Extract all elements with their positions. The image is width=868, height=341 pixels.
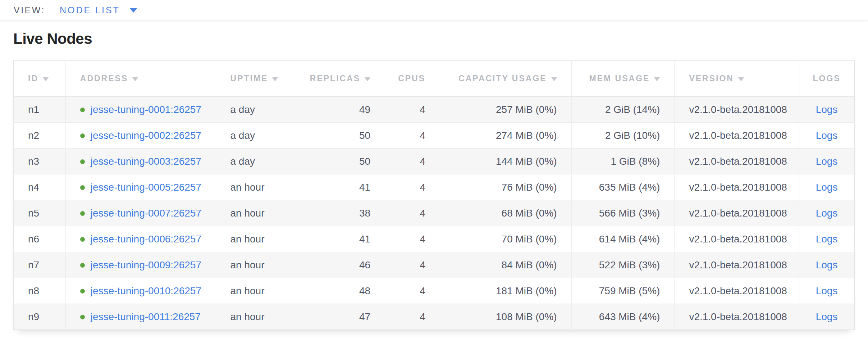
node-address-link[interactable]: jesse-tuning-0011:26257 <box>91 311 201 322</box>
node-logs-link[interactable]: Logs <box>816 259 838 270</box>
column-label: UPTIME <box>230 74 268 83</box>
node-capacity_usage-cell: 70 MiB (0%) <box>440 226 572 252</box>
node-address-link[interactable]: jesse-tuning-0002:26257 <box>91 130 201 141</box>
node-id-cell: n2 <box>14 123 66 149</box>
sort-desc-icon <box>272 77 278 81</box>
column-label: CPUS <box>398 74 425 83</box>
node-mem_usage-cell: 2 GiB (14%) <box>571 97 675 123</box>
column-header-capacity_usage[interactable]: CAPACITY USAGE <box>440 61 572 97</box>
node-capacity_usage-cell: 257 MiB (0%) <box>440 97 572 123</box>
node-address-link[interactable]: jesse-tuning-0006:26257 <box>91 233 201 245</box>
node-version-cell: v2.1.0-beta.20181008 <box>675 278 799 304</box>
node-live-status-icon <box>80 237 85 242</box>
node-address-link[interactable]: jesse-tuning-0009:26257 <box>91 259 201 270</box>
node-address-cell: jesse-tuning-0011:26257 <box>65 304 216 330</box>
node-row-n4: n4jesse-tuning-0005:26257an hour41476 Mi… <box>14 174 855 200</box>
node-row-n8: n8jesse-tuning-0010:26257an hour484181 M… <box>14 278 855 304</box>
node-uptime-cell: an hour <box>216 174 294 200</box>
sort-desc-icon <box>365 77 370 81</box>
node-id-cell: n5 <box>14 200 66 226</box>
node-address-link[interactable]: jesse-tuning-0007:26257 <box>91 208 201 219</box>
node-cpus-cell: 4 <box>385 252 440 278</box>
node-id-cell: n9 <box>14 304 66 330</box>
column-label: ADDRESS <box>80 74 128 83</box>
node-version-cell: v2.1.0-beta.20181008 <box>675 226 799 252</box>
column-header-address[interactable]: ADDRESS <box>65 61 216 97</box>
node-id-cell: n7 <box>14 252 66 278</box>
node-capacity_usage-cell: 84 MiB (0%) <box>440 252 572 278</box>
node-logs-link[interactable]: Logs <box>816 130 838 141</box>
node-version-cell: v2.1.0-beta.20181008 <box>675 149 799 174</box>
node-replicas-cell: 38 <box>294 200 385 226</box>
node-replicas-cell: 41 <box>294 174 385 200</box>
live-nodes-table: IDADDRESSUPTIMEREPLICASCPUSCAPACITY USAG… <box>13 60 855 330</box>
node-logs-link[interactable]: Logs <box>816 182 838 193</box>
node-logs-cell: Logs <box>799 252 855 278</box>
node-address-cell: jesse-tuning-0005:26257 <box>65 174 216 200</box>
node-logs-link[interactable]: Logs <box>816 104 838 115</box>
node-mem_usage-cell: 566 MiB (3%) <box>571 200 675 226</box>
column-header-mem_usage[interactable]: MEM USAGE <box>571 61 675 97</box>
node-version-cell: v2.1.0-beta.20181008 <box>675 174 799 200</box>
sort-desc-icon <box>132 77 138 81</box>
node-address-link[interactable]: jesse-tuning-0001:26257 <box>91 104 201 115</box>
node-replicas-cell: 46 <box>294 252 385 278</box>
node-address-link[interactable]: jesse-tuning-0003:26257 <box>91 156 201 167</box>
node-id-cell: n4 <box>14 174 66 200</box>
node-cpus-cell: 4 <box>385 226 440 252</box>
node-row-n1: n1jesse-tuning-0001:26257a day494257 MiB… <box>14 97 855 123</box>
node-cpus-cell: 4 <box>385 200 440 226</box>
node-version-cell: v2.1.0-beta.20181008 <box>675 252 799 278</box>
node-address-cell: jesse-tuning-0007:26257 <box>65 200 216 226</box>
node-live-status-icon <box>80 133 85 138</box>
column-header-id[interactable]: ID <box>14 61 66 97</box>
node-address-cell: jesse-tuning-0003:26257 <box>65 149 216 174</box>
node-logs-link[interactable]: Logs <box>816 208 838 219</box>
node-address-cell: jesse-tuning-0010:26257 <box>65 278 216 304</box>
node-uptime-cell: an hour <box>216 226 294 252</box>
node-logs-link[interactable]: Logs <box>816 285 838 296</box>
sort-desc-icon <box>738 77 744 81</box>
node-mem_usage-cell: 2 GiB (10%) <box>571 123 675 149</box>
node-cpus-cell: 4 <box>385 97 440 123</box>
node-id-cell: n8 <box>14 278 66 304</box>
node-mem_usage-cell: 635 MiB (4%) <box>571 174 675 200</box>
page-title: Live Nodes <box>13 30 855 47</box>
node-uptime-cell: an hour <box>216 278 294 304</box>
node-row-n6: n6jesse-tuning-0006:26257an hour41470 Mi… <box>14 226 855 252</box>
node-replicas-cell: 50 <box>294 149 385 174</box>
node-logs-cell: Logs <box>799 97 855 123</box>
column-header-replicas[interactable]: REPLICAS <box>294 61 385 97</box>
node-mem_usage-cell: 1 GiB (8%) <box>571 149 675 174</box>
node-mem_usage-cell: 614 MiB (4%) <box>571 226 675 252</box>
view-selector-dropdown[interactable]: NODE LIST <box>60 5 137 15</box>
sort-desc-icon <box>43 77 49 81</box>
column-header-version[interactable]: VERSION <box>675 61 799 97</box>
column-label: LOGS <box>813 74 840 83</box>
node-row-n2: n2jesse-tuning-0002:26257a day504274 MiB… <box>14 123 855 149</box>
node-version-cell: v2.1.0-beta.20181008 <box>675 200 799 226</box>
node-logs-link[interactable]: Logs <box>816 233 838 245</box>
node-address-cell: jesse-tuning-0006:26257 <box>65 226 216 252</box>
sort-desc-icon <box>654 77 660 81</box>
node-capacity_usage-cell: 76 MiB (0%) <box>440 174 572 200</box>
node-cpus-cell: 4 <box>385 304 440 330</box>
node-id-cell: n6 <box>14 226 66 252</box>
column-header-uptime[interactable]: UPTIME <box>216 61 294 97</box>
node-cpus-cell: 4 <box>385 149 440 174</box>
node-live-status-icon <box>80 289 85 294</box>
node-logs-link[interactable]: Logs <box>816 311 838 322</box>
column-label: CAPACITY USAGE <box>458 74 547 83</box>
node-capacity_usage-cell: 181 MiB (0%) <box>440 278 572 304</box>
node-replicas-cell: 48 <box>294 278 385 304</box>
node-logs-cell: Logs <box>799 278 855 304</box>
node-live-status-icon <box>80 315 85 319</box>
column-label: REPLICAS <box>310 74 360 83</box>
node-address-link[interactable]: jesse-tuning-0010:26257 <box>91 285 201 296</box>
node-address-link[interactable]: jesse-tuning-0005:26257 <box>91 182 201 193</box>
node-uptime-cell: a day <box>216 123 294 149</box>
node-id-cell: n3 <box>14 149 66 174</box>
node-logs-link[interactable]: Logs <box>816 156 838 167</box>
live-nodes-section: Live Nodes IDADDRESSUPTIMEREPLICASCPUSCA… <box>0 30 868 330</box>
node-replicas-cell: 49 <box>294 97 385 123</box>
